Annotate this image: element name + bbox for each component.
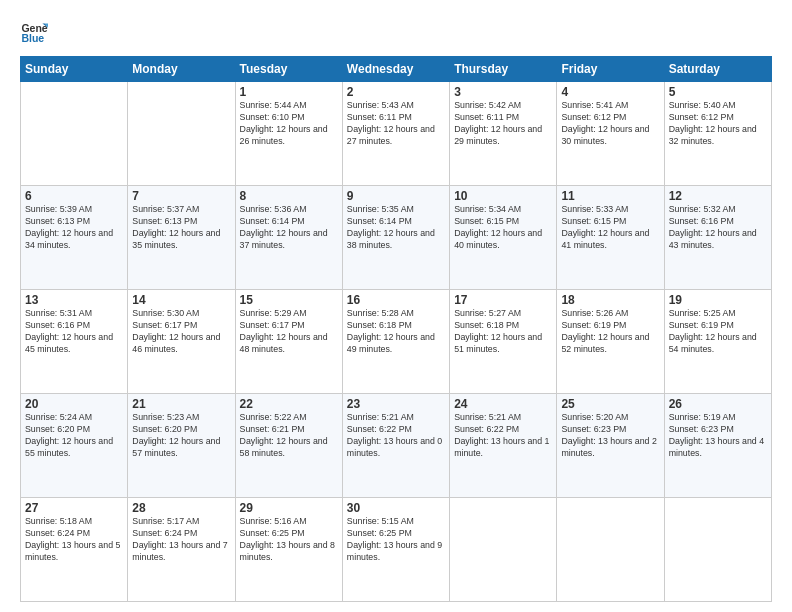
- generalblue-logo-icon: General Blue: [20, 18, 48, 46]
- week-row-2: 6Sunrise: 5:39 AM Sunset: 6:13 PM Daylig…: [21, 186, 772, 290]
- weekday-header-row: SundayMondayTuesdayWednesdayThursdayFrid…: [21, 57, 772, 82]
- week-row-1: 1Sunrise: 5:44 AM Sunset: 6:10 PM Daylig…: [21, 82, 772, 186]
- weekday-header-thursday: Thursday: [450, 57, 557, 82]
- header: General Blue: [20, 18, 772, 46]
- day-info: Sunrise: 5:36 AM Sunset: 6:14 PM Dayligh…: [240, 204, 338, 252]
- day-number: 1: [240, 85, 338, 99]
- calendar-table: SundayMondayTuesdayWednesdayThursdayFrid…: [20, 56, 772, 602]
- page: General Blue SundayMondayTuesdayWednesda…: [0, 0, 792, 612]
- day-number: 13: [25, 293, 123, 307]
- day-info: Sunrise: 5:26 AM Sunset: 6:19 PM Dayligh…: [561, 308, 659, 356]
- day-info: Sunrise: 5:22 AM Sunset: 6:21 PM Dayligh…: [240, 412, 338, 460]
- day-number: 7: [132, 189, 230, 203]
- week-row-3: 13Sunrise: 5:31 AM Sunset: 6:16 PM Dayli…: [21, 290, 772, 394]
- day-info: Sunrise: 5:34 AM Sunset: 6:15 PM Dayligh…: [454, 204, 552, 252]
- weekday-header-sunday: Sunday: [21, 57, 128, 82]
- calendar-cell: [21, 82, 128, 186]
- calendar-cell: 1Sunrise: 5:44 AM Sunset: 6:10 PM Daylig…: [235, 82, 342, 186]
- day-info: Sunrise: 5:29 AM Sunset: 6:17 PM Dayligh…: [240, 308, 338, 356]
- calendar-cell: 29Sunrise: 5:16 AM Sunset: 6:25 PM Dayli…: [235, 498, 342, 602]
- calendar-cell: 4Sunrise: 5:41 AM Sunset: 6:12 PM Daylig…: [557, 82, 664, 186]
- calendar-cell: 16Sunrise: 5:28 AM Sunset: 6:18 PM Dayli…: [342, 290, 449, 394]
- calendar-cell: 30Sunrise: 5:15 AM Sunset: 6:25 PM Dayli…: [342, 498, 449, 602]
- weekday-header-monday: Monday: [128, 57, 235, 82]
- day-number: 10: [454, 189, 552, 203]
- day-number: 22: [240, 397, 338, 411]
- day-info: Sunrise: 5:15 AM Sunset: 6:25 PM Dayligh…: [347, 516, 445, 564]
- day-info: Sunrise: 5:40 AM Sunset: 6:12 PM Dayligh…: [669, 100, 767, 148]
- day-number: 25: [561, 397, 659, 411]
- day-info: Sunrise: 5:37 AM Sunset: 6:13 PM Dayligh…: [132, 204, 230, 252]
- day-number: 12: [669, 189, 767, 203]
- day-number: 11: [561, 189, 659, 203]
- day-info: Sunrise: 5:21 AM Sunset: 6:22 PM Dayligh…: [347, 412, 445, 460]
- day-info: Sunrise: 5:33 AM Sunset: 6:15 PM Dayligh…: [561, 204, 659, 252]
- day-info: Sunrise: 5:16 AM Sunset: 6:25 PM Dayligh…: [240, 516, 338, 564]
- day-info: Sunrise: 5:42 AM Sunset: 6:11 PM Dayligh…: [454, 100, 552, 148]
- calendar-cell: 13Sunrise: 5:31 AM Sunset: 6:16 PM Dayli…: [21, 290, 128, 394]
- calendar-cell: 7Sunrise: 5:37 AM Sunset: 6:13 PM Daylig…: [128, 186, 235, 290]
- day-number: 9: [347, 189, 445, 203]
- day-number: 30: [347, 501, 445, 515]
- day-number: 3: [454, 85, 552, 99]
- day-info: Sunrise: 5:35 AM Sunset: 6:14 PM Dayligh…: [347, 204, 445, 252]
- calendar-cell: 6Sunrise: 5:39 AM Sunset: 6:13 PM Daylig…: [21, 186, 128, 290]
- calendar-cell: 11Sunrise: 5:33 AM Sunset: 6:15 PM Dayli…: [557, 186, 664, 290]
- day-number: 16: [347, 293, 445, 307]
- day-number: 23: [347, 397, 445, 411]
- calendar-cell: 20Sunrise: 5:24 AM Sunset: 6:20 PM Dayli…: [21, 394, 128, 498]
- calendar-cell: [450, 498, 557, 602]
- calendar-cell: 21Sunrise: 5:23 AM Sunset: 6:20 PM Dayli…: [128, 394, 235, 498]
- calendar-cell: 24Sunrise: 5:21 AM Sunset: 6:22 PM Dayli…: [450, 394, 557, 498]
- calendar-cell: [128, 82, 235, 186]
- calendar-cell: 28Sunrise: 5:17 AM Sunset: 6:24 PM Dayli…: [128, 498, 235, 602]
- week-row-5: 27Sunrise: 5:18 AM Sunset: 6:24 PM Dayli…: [21, 498, 772, 602]
- day-info: Sunrise: 5:19 AM Sunset: 6:23 PM Dayligh…: [669, 412, 767, 460]
- day-number: 8: [240, 189, 338, 203]
- calendar-cell: 15Sunrise: 5:29 AM Sunset: 6:17 PM Dayli…: [235, 290, 342, 394]
- calendar-cell: 3Sunrise: 5:42 AM Sunset: 6:11 PM Daylig…: [450, 82, 557, 186]
- day-info: Sunrise: 5:31 AM Sunset: 6:16 PM Dayligh…: [25, 308, 123, 356]
- weekday-header-wednesday: Wednesday: [342, 57, 449, 82]
- day-number: 6: [25, 189, 123, 203]
- day-info: Sunrise: 5:24 AM Sunset: 6:20 PM Dayligh…: [25, 412, 123, 460]
- calendar-cell: 27Sunrise: 5:18 AM Sunset: 6:24 PM Dayli…: [21, 498, 128, 602]
- calendar-cell: 23Sunrise: 5:21 AM Sunset: 6:22 PM Dayli…: [342, 394, 449, 498]
- weekday-header-tuesday: Tuesday: [235, 57, 342, 82]
- day-number: 14: [132, 293, 230, 307]
- day-info: Sunrise: 5:44 AM Sunset: 6:10 PM Dayligh…: [240, 100, 338, 148]
- day-number: 27: [25, 501, 123, 515]
- day-number: 19: [669, 293, 767, 307]
- day-number: 26: [669, 397, 767, 411]
- day-info: Sunrise: 5:27 AM Sunset: 6:18 PM Dayligh…: [454, 308, 552, 356]
- calendar-cell: [557, 498, 664, 602]
- calendar-cell: 22Sunrise: 5:22 AM Sunset: 6:21 PM Dayli…: [235, 394, 342, 498]
- day-info: Sunrise: 5:32 AM Sunset: 6:16 PM Dayligh…: [669, 204, 767, 252]
- day-number: 20: [25, 397, 123, 411]
- day-info: Sunrise: 5:18 AM Sunset: 6:24 PM Dayligh…: [25, 516, 123, 564]
- day-info: Sunrise: 5:20 AM Sunset: 6:23 PM Dayligh…: [561, 412, 659, 460]
- day-info: Sunrise: 5:39 AM Sunset: 6:13 PM Dayligh…: [25, 204, 123, 252]
- day-info: Sunrise: 5:28 AM Sunset: 6:18 PM Dayligh…: [347, 308, 445, 356]
- weekday-header-friday: Friday: [557, 57, 664, 82]
- calendar-cell: 8Sunrise: 5:36 AM Sunset: 6:14 PM Daylig…: [235, 186, 342, 290]
- calendar-cell: 2Sunrise: 5:43 AM Sunset: 6:11 PM Daylig…: [342, 82, 449, 186]
- weekday-header-saturday: Saturday: [664, 57, 771, 82]
- svg-text:Blue: Blue: [21, 32, 44, 44]
- day-number: 21: [132, 397, 230, 411]
- calendar-cell: 17Sunrise: 5:27 AM Sunset: 6:18 PM Dayli…: [450, 290, 557, 394]
- calendar-cell: 25Sunrise: 5:20 AM Sunset: 6:23 PM Dayli…: [557, 394, 664, 498]
- calendar-cell: 10Sunrise: 5:34 AM Sunset: 6:15 PM Dayli…: [450, 186, 557, 290]
- day-info: Sunrise: 5:25 AM Sunset: 6:19 PM Dayligh…: [669, 308, 767, 356]
- week-row-4: 20Sunrise: 5:24 AM Sunset: 6:20 PM Dayli…: [21, 394, 772, 498]
- calendar-cell: 18Sunrise: 5:26 AM Sunset: 6:19 PM Dayli…: [557, 290, 664, 394]
- day-info: Sunrise: 5:21 AM Sunset: 6:22 PM Dayligh…: [454, 412, 552, 460]
- calendar-cell: 9Sunrise: 5:35 AM Sunset: 6:14 PM Daylig…: [342, 186, 449, 290]
- day-number: 5: [669, 85, 767, 99]
- day-number: 24: [454, 397, 552, 411]
- logo: General Blue: [20, 18, 48, 46]
- calendar-cell: 26Sunrise: 5:19 AM Sunset: 6:23 PM Dayli…: [664, 394, 771, 498]
- day-info: Sunrise: 5:23 AM Sunset: 6:20 PM Dayligh…: [132, 412, 230, 460]
- day-number: 29: [240, 501, 338, 515]
- day-info: Sunrise: 5:43 AM Sunset: 6:11 PM Dayligh…: [347, 100, 445, 148]
